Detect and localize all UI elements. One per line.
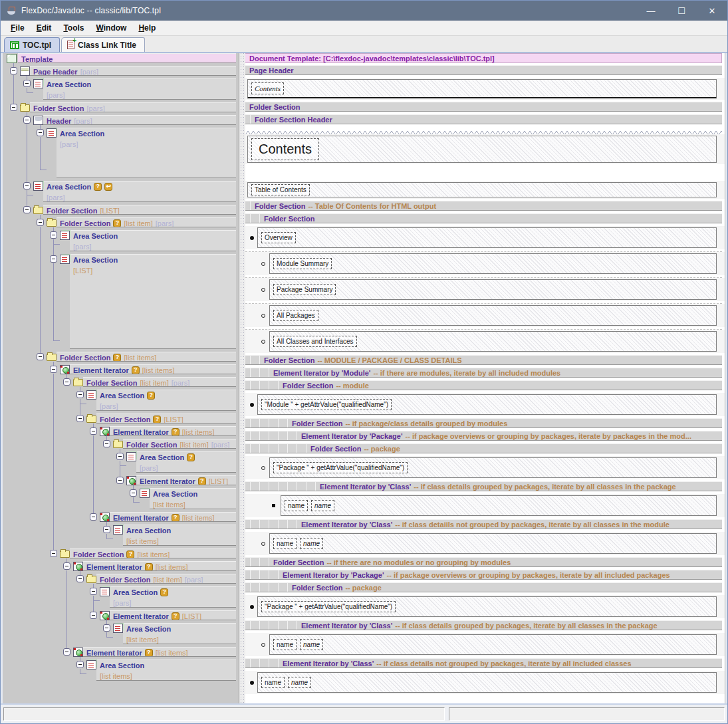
doc-content-row[interactable]: Package Summary: [245, 278, 725, 301]
tree-node-area-section[interactable]: Area Section[LIST]: [70, 254, 236, 349]
doc-output-box[interactable]: namename: [269, 634, 717, 655]
tree-collapse-handle[interactable]: [90, 588, 97, 595]
tree-collapse-handle[interactable]: [37, 129, 44, 136]
split-divider[interactable]: [239, 53, 245, 703]
tree-collapse-handle[interactable]: [23, 116, 31, 124]
tree-collapse-handle[interactable]: [90, 513, 97, 521]
tree-collapse-handle[interactable]: [50, 255, 57, 263]
tree-collapse-handle[interactable]: [37, 353, 44, 360]
doc-output-box[interactable]: Contents: [247, 136, 717, 163]
doc-section-bar-folder-section[interactable]: Folder Section-- package: [245, 443, 722, 453]
minimize-button[interactable]: —: [636, 1, 666, 21]
tree-collapse-handle[interactable]: [63, 562, 70, 570]
doc-content-row[interactable]: namename: [245, 633, 725, 656]
tree-collapse-handle[interactable]: [10, 104, 17, 111]
tree-node-area-section[interactable]: Area Section[list items]: [150, 488, 236, 509]
tree-collapse-handle[interactable]: [50, 366, 57, 373]
tree-node-area-section[interactable]: Area Section[pars]: [43, 78, 236, 100]
close-button[interactable]: ✕: [697, 1, 727, 21]
doc-content-row[interactable]: "Package " + getAttrValue("qualifiedName…: [245, 595, 725, 618]
template-component-box[interactable]: "Package " + getAttrValue("qualifiedName…: [261, 601, 396, 612]
doc-output-box[interactable]: namename: [269, 533, 717, 554]
template-component-box[interactable]: Module Summary: [273, 258, 332, 269]
tree-collapse-handle[interactable]: [103, 440, 110, 447]
doc-content-row[interactable]: Module Summary: [245, 252, 725, 275]
tree-node-element-iterator[interactable]: Element Iterator?[LIST]: [110, 610, 236, 620]
tree-node-folder-section[interactable]: Folder Section?[list items]: [70, 548, 236, 558]
template-component-box[interactable]: "Module " + getAttrValue("qualifiedName"…: [261, 399, 392, 410]
tree-collapse-handle[interactable]: [116, 477, 124, 484]
template-component-box[interactable]: name: [273, 639, 297, 650]
tree-node-area-section[interactable]: Area Section[pars]: [57, 128, 236, 178]
doc-content-row[interactable]: Overview: [245, 226, 725, 249]
tree-node-area-section[interactable]: Area Section[list items]: [123, 623, 236, 644]
doc-content-row[interactable]: "Module " + getAttrValue("qualifiedName"…: [245, 393, 725, 416]
tree-node-area-section[interactable]: Area Section?↩[pars]: [43, 181, 236, 202]
template-component-box[interactable]: Table of Contents: [251, 184, 310, 195]
tree-node-element-iterator[interactable]: Element Iterator?[LIST]: [136, 475, 236, 485]
doc-section-bar-page-header[interactable]: Page Header: [245, 65, 722, 75]
template-component-box[interactable]: All Packages: [273, 310, 318, 321]
doc-section-bar-element-iterator-by-class[interactable]: Element Iterator by 'Class'-- if class d…: [245, 658, 722, 668]
tree-collapse-handle[interactable]: [76, 575, 84, 582]
doc-content-row[interactable]: All Classes and Interfaces: [245, 330, 725, 353]
tree-node-folder-section[interactable]: Folder Section[pars]: [30, 102, 236, 112]
tree-collapse-handle[interactable]: [63, 378, 70, 386]
tree-collapse-handle[interactable]: [116, 453, 124, 460]
tree-node-area-section[interactable]: Area Section?[pars]: [96, 390, 236, 411]
tree-node-element-iterator[interactable]: Element Iterator?[list items]: [83, 647, 236, 657]
template-component-box[interactable]: Overview: [261, 232, 296, 243]
doc-output-box[interactable]: "Package " + getAttrValue("qualifiedName…: [257, 596, 717, 617]
template-component-box[interactable]: name: [300, 639, 323, 650]
doc-section-bar-folder-section[interactable]: Folder Section: [245, 102, 722, 112]
tab-class-link-title[interactable]: Class Link Title: [61, 37, 145, 52]
doc-output-box[interactable]: namename: [281, 495, 717, 516]
doc-section-bar-folder-section[interactable]: Folder Section-- MODULE / PACKAGE / CLAS…: [245, 355, 722, 365]
template-component-box[interactable]: Package Summary: [273, 284, 336, 295]
tree-node-area-section[interactable]: Area Section[list items]: [123, 525, 236, 546]
menu-item-window[interactable]: Window: [90, 22, 133, 34]
template-component-box[interactable]: name: [288, 677, 311, 688]
doc-section-bar-folder-section[interactable]: Folder Section-- if there are no modules…: [245, 557, 722, 567]
tree-collapse-handle[interactable]: [23, 182, 31, 189]
tree-node-element-iterator[interactable]: Element Iterator?[list items]: [70, 364, 236, 374]
doc-output-box[interactable]: Module Summary: [269, 253, 717, 274]
doc-output-box[interactable]: "Package " + getAttrValue("qualifiedName…: [269, 457, 717, 478]
doc-content-row[interactable]: All Packages: [245, 304, 725, 327]
doc-section-bar-folder-section-header[interactable]: Folder Section Header: [245, 114, 722, 124]
doc-section-bar-element-iterator-by-class[interactable]: Element Iterator by 'Class'-- if class d…: [245, 519, 722, 529]
tree-node-element-iterator[interactable]: Element Iterator?[list items]: [110, 512, 236, 522]
doc-section-bar-element-iterator-by-package[interactable]: Element Iterator by 'Package'-- if packa…: [245, 570, 722, 580]
tree-node-folder-section[interactable]: Folder Section[list item][pars]: [96, 574, 236, 584]
tree-node-element-iterator[interactable]: Element Iterator?[list items]: [110, 426, 236, 436]
doc-output-box[interactable]: namename: [257, 672, 717, 693]
tree-node-folder-section[interactable]: Folder Section[LIST]: [43, 205, 236, 215]
doc-section-bar-element-iterator-by-class[interactable]: Element Iterator by 'Class'-- if class d…: [245, 620, 722, 630]
tree-collapse-handle[interactable]: [50, 231, 57, 239]
tree-node-area-section[interactable]: Area Section[list items]: [96, 660, 236, 681]
doc-output-box[interactable]: Overview: [257, 227, 717, 248]
doc-output-box[interactable]: Table of Contents: [247, 182, 717, 197]
template-component-box[interactable]: Contents: [251, 138, 319, 160]
template-component-box[interactable]: name: [285, 500, 308, 511]
doc-section-bar-element-iterator-by-package[interactable]: Element Iterator by 'Package'-- if packa…: [245, 431, 722, 441]
template-component-box[interactable]: All Classes and Interfaces: [273, 336, 357, 347]
tree-collapse-handle[interactable]: [130, 489, 137, 497]
doc-output-box[interactable]: All Classes and Interfaces: [269, 331, 717, 352]
doc-output-box[interactable]: "Module " + getAttrValue("qualifiedName"…: [257, 394, 717, 415]
tree-collapse-handle[interactable]: [23, 206, 31, 213]
tree-node-element-iterator[interactable]: Element Iterator?[list items]: [83, 561, 236, 571]
doc-output-box[interactable]: All Packages: [269, 305, 717, 326]
tree-collapse-handle[interactable]: [63, 648, 70, 656]
tree-collapse-handle[interactable]: [90, 427, 97, 435]
doc-section-bar-element-iterator-by-class[interactable]: Element Iterator by 'Class'-- if class d…: [245, 481, 722, 491]
doc-content-row[interactable]: Contents: [245, 78, 725, 100]
tree-collapse-handle[interactable]: [23, 80, 31, 87]
tree-node-template[interactable]: Template: [18, 53, 236, 63]
menu-item-tools[interactable]: Tools: [57, 22, 90, 34]
template-component-box[interactable]: "Package " + getAttrValue("qualifiedName…: [273, 462, 408, 473]
doc-section-bar-folder-section[interactable]: Folder Section: [245, 213, 722, 223]
doc-content-row[interactable]: namename: [245, 532, 725, 555]
doc-output-box[interactable]: Contents: [247, 79, 717, 98]
tree-node-page-header[interactable]: Page Header[pars]: [30, 66, 236, 76]
